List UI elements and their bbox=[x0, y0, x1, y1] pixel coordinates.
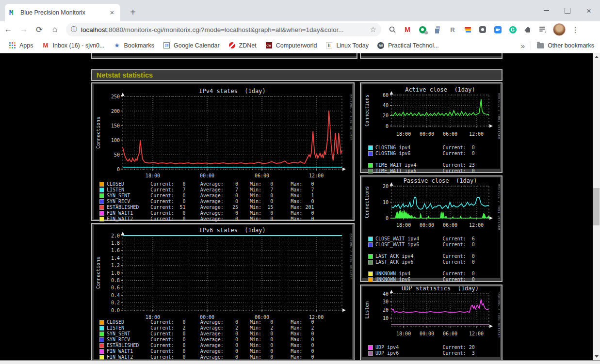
scroll-up-button[interactable] bbox=[593, 53, 600, 61]
bookmark-item-bookmarks[interactable]: ★Bookmarks bbox=[114, 42, 155, 49]
bookmark-item-apps[interactable]: Apps bbox=[9, 42, 33, 49]
previous-section-panel-bottom bbox=[91, 53, 357, 59]
star-icon: ★ bbox=[114, 42, 121, 49]
pocket-extension-icon[interactable] bbox=[478, 25, 487, 34]
svg-text:30: 30 bbox=[383, 299, 389, 304]
wordpress-icon: W bbox=[377, 42, 385, 49]
legend-row: CLOSED Current: 0 Average: 0 Min: 0 Max:… bbox=[94, 319, 350, 325]
bookmark-item-zdnet[interactable]: ZDNet bbox=[228, 42, 257, 49]
graph-image-passive-close[interactable]: 0102018:0000:0006:0012:00Passive close (… bbox=[362, 177, 500, 278]
monitorix-favicon-icon: M bbox=[9, 9, 16, 16]
copy-pages-extension-icon[interactable] bbox=[433, 25, 442, 34]
bookmarks-overflow-chevron[interactable]: » bbox=[521, 42, 525, 50]
page-info-icon[interactable]: ⓘ bbox=[71, 25, 77, 34]
browser-menu-icon[interactable]: ⋮ bbox=[571, 25, 579, 34]
bookmark-label: Google Calendar bbox=[174, 42, 220, 49]
browser-tab[interactable]: M Blue Precision Monitorix × bbox=[5, 4, 120, 21]
svg-text:06:00: 06:00 bbox=[443, 131, 457, 137]
reload-button[interactable]: ⟳ bbox=[32, 22, 47, 37]
other-bookmarks-button[interactable]: Other bookmarks bbox=[537, 42, 594, 49]
forward-button[interactable]: → bbox=[16, 22, 31, 37]
url-text: localhost:8080/monitorix-cgi/monitorix.c… bbox=[81, 26, 366, 33]
graph-image-active-close[interactable]: 020406018:0000:0006:0012:00Active close … bbox=[362, 84, 500, 169]
grammarly-extension-icon[interactable]: G bbox=[508, 25, 517, 34]
legend-swatch bbox=[368, 277, 373, 282]
svg-text:10: 10 bbox=[383, 200, 389, 205]
legend-row: FIN_WAIT2 Current: 0 Average: 0 Min: 0 M… bbox=[94, 216, 350, 222]
svg-text:250: 250 bbox=[111, 94, 120, 99]
svg-text:Connections: Connections bbox=[96, 257, 101, 289]
profile-avatar[interactable] bbox=[553, 23, 566, 36]
legend-text: TIME_WAIT ipv6 Current: 0 bbox=[375, 168, 475, 174]
graph-panel-udp-statistics: 1020304018:0000:0006:0012:00UDP statisti… bbox=[360, 285, 503, 360]
close-button[interactable]: × bbox=[582, 3, 596, 18]
legend-row: CLOSE_WAIT ipv4 Current: 6 bbox=[362, 236, 498, 241]
bookmark-item-google-calendar[interactable]: 28Google Calendar bbox=[163, 42, 220, 49]
browser-window: M Blue Precision Monitorix × + × ← → ⟳ ⌂… bbox=[0, 0, 600, 364]
bookmark-item-practical-technol[interactable]: WPractical Technol... bbox=[377, 42, 439, 49]
svg-text:IPv4 states (1day): IPv4 states (1day) bbox=[199, 88, 265, 95]
svg-text:UDP statistics (1day): UDP statistics (1day) bbox=[402, 286, 479, 292]
legend-text: UDP ipv4 Current: 20 bbox=[375, 345, 475, 350]
legend-row: SYN_RECV Current: 0 Average: 0 Min: 0 Ma… bbox=[94, 337, 350, 342]
books-extension-icon[interactable] bbox=[463, 25, 472, 34]
minimize-button[interactable] bbox=[539, 3, 553, 18]
legend-row: CLOSE_WAIT ipv6 Current: 0 bbox=[362, 242, 498, 247]
svg-text:10: 10 bbox=[383, 316, 389, 321]
legend-row: ESTABLISHED Current: 0 Average: 0 Min: 0… bbox=[94, 343, 350, 348]
svg-text:0: 0 bbox=[386, 124, 389, 129]
svg-text:RRDTOOL / TOBI OETIKER: RRDTOOL / TOBI OETIKER bbox=[498, 292, 500, 338]
bookmark-star-icon[interactable]: ☆ bbox=[370, 25, 376, 34]
zoom-extension-icon[interactable] bbox=[493, 25, 502, 34]
scrollbar-thumb[interactable] bbox=[593, 188, 600, 225]
panel-strip bbox=[361, 56, 502, 58]
svg-text:18:00: 18:00 bbox=[396, 131, 411, 137]
legend-swatch bbox=[99, 217, 104, 222]
vertical-scrollbar[interactable] bbox=[593, 53, 600, 360]
home-button[interactable]: ⌂ bbox=[48, 22, 62, 37]
svg-text:1.4: 1.4 bbox=[111, 255, 120, 261]
maximize-button[interactable] bbox=[560, 3, 575, 18]
graph-panel-passive-close: 0102018:0000:0006:0012:00Passive close (… bbox=[360, 175, 503, 282]
r-label-extension-icon[interactable]: R bbox=[448, 25, 457, 34]
legend-swatch bbox=[99, 205, 104, 210]
panel-strip bbox=[92, 56, 357, 58]
legend-swatch bbox=[99, 182, 104, 187]
graph-image-udp-statistics[interactable]: 1020304018:0000:0006:0012:00UDP statisti… bbox=[362, 286, 500, 357]
legend-text: FIN_WAIT1 Current: 0 Average: 0 Min: 0 M… bbox=[107, 348, 314, 354]
svg-text:RRDTOOL / TOBI OETIKER: RRDTOOL / TOBI OETIKER bbox=[498, 93, 500, 139]
svg-text:RRDTOOL / TOBI OETIKER: RRDTOOL / TOBI OETIKER bbox=[350, 234, 352, 280]
graph-image-ipv4-states[interactable]: 05010015020025018:0000:0006:0012:00IPv4 … bbox=[94, 84, 352, 219]
bookmark-item-inbox-16-sjvn0[interactable]: MInbox (16) - sjvn0... bbox=[42, 42, 105, 49]
playlist-extension-icon[interactable]: ♪ bbox=[538, 25, 547, 34]
graph-image-ipv6-states[interactable]: 0.00.20.40.60.81.01.21.41.61.82.018:0000… bbox=[94, 225, 352, 359]
scroll-down-button[interactable] bbox=[593, 353, 600, 360]
new-tab-button[interactable]: + bbox=[127, 7, 139, 18]
legend-swatch bbox=[368, 242, 373, 247]
bookmark-label: Apps bbox=[19, 42, 33, 49]
gmail-extension-icon[interactable]: M bbox=[403, 25, 412, 34]
close-icon: × bbox=[586, 7, 591, 15]
back-button[interactable]: ← bbox=[1, 22, 16, 37]
legend-row: UNKNOWN ipv4 Current: 0 bbox=[362, 271, 498, 276]
extensions-row: M?RG♪ bbox=[388, 25, 547, 34]
legend-text: ESTABLISHED Current: 0 Average: 0 Min: 0… bbox=[107, 343, 314, 348]
maximize-icon bbox=[565, 8, 570, 14]
bookmark-item-computerworld[interactable]: CWComputerworld bbox=[265, 42, 317, 49]
svg-text:12:00: 12:00 bbox=[469, 222, 484, 228]
address-bar[interactable]: ⓘ localhost:8080/monitorix-cgi/monitorix… bbox=[66, 23, 381, 36]
bookmark-item-linux-today[interactable]: ltLinux Today bbox=[325, 42, 369, 49]
legend-swatch bbox=[99, 199, 104, 204]
legend-text: FIN_WAIT1 Current: 0 Average: 0 Min: 0 M… bbox=[107, 210, 314, 216]
tab-close-icon[interactable]: × bbox=[108, 8, 116, 17]
legend-row: FIN_WAIT2 Current: 0 Average: 0 Min: 0 M… bbox=[94, 354, 350, 360]
puzzle-extension-icon[interactable] bbox=[523, 25, 532, 34]
svg-text:200: 200 bbox=[111, 109, 120, 114]
legend-row: CLOSED Current: 0 Average: 0 Min: 0 Max:… bbox=[94, 181, 350, 187]
voice-extension-icon[interactable]: ? bbox=[418, 25, 427, 34]
svg-text:M: M bbox=[9, 9, 13, 16]
svg-text:06:00: 06:00 bbox=[443, 331, 457, 336]
search-extension-icon[interactable] bbox=[388, 25, 397, 34]
legend-swatch bbox=[368, 145, 373, 150]
legend-row: LISTEN Current: 7 Average: 7 Min: 7 Max:… bbox=[94, 187, 350, 192]
